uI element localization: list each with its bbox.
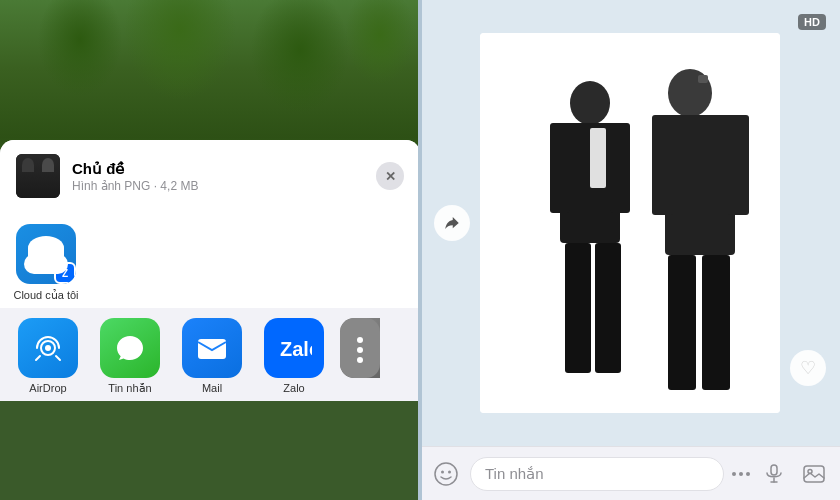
image-button[interactable]: [798, 458, 830, 490]
thumbnail-image: [16, 154, 60, 198]
svg-rect-19: [652, 115, 674, 215]
mail-item[interactable]: Mail: [176, 318, 248, 395]
chat-input[interactable]: Tin nhắn: [470, 457, 724, 491]
share-button[interactable]: [434, 205, 470, 241]
svg-point-5: [357, 337, 363, 343]
left-panel: Chủ đề Hình ảnh PNG · 4,2 MB ✕ Z Cloud c…: [0, 0, 420, 500]
placeholder-area: [90, 224, 410, 284]
share-info: Chủ đề Hình ảnh PNG · 4,2 MB: [72, 160, 376, 193]
cloud-icon: Z: [16, 224, 76, 284]
mail-icon: [182, 318, 242, 378]
airdrop-icon: [18, 318, 78, 378]
share-sheet: Chủ đề Hình ảnh PNG · 4,2 MB ✕ Z Cloud c…: [0, 140, 420, 401]
cloud-label: Cloud của tôi: [13, 289, 78, 302]
svg-rect-12: [610, 123, 630, 213]
recent-apps-row: Z Cloud của tôi: [0, 208, 420, 308]
mail-label: Mail: [202, 382, 222, 394]
share-subtitle: Hình ảnh PNG · 4,2 MB: [72, 179, 376, 193]
svg-point-24: [441, 470, 444, 473]
svg-rect-13: [590, 128, 606, 188]
love-button[interactable]: ♡: [790, 350, 826, 386]
svg-rect-17: [698, 75, 708, 83]
more-item[interactable]: [340, 318, 380, 395]
zalo-icon: Zalo: [264, 318, 324, 378]
svg-rect-15: [595, 243, 621, 373]
svg-rect-14: [565, 243, 591, 373]
cloud-app-item[interactable]: Z Cloud của tôi: [10, 224, 82, 302]
svg-point-7: [357, 357, 363, 363]
share-title: Chủ đề: [72, 160, 376, 178]
svg-point-9: [570, 81, 610, 125]
zalo-item[interactable]: Zalo Zalo: [258, 318, 330, 395]
svg-point-23: [435, 463, 457, 485]
svg-rect-20: [727, 115, 749, 215]
zalo-label: Zalo: [283, 382, 304, 394]
dot-3: [746, 472, 750, 476]
svg-point-1: [45, 345, 51, 351]
share-close-button[interactable]: ✕: [376, 162, 404, 190]
airdrop-item[interactable]: AirDrop: [12, 318, 84, 395]
svg-rect-22: [702, 255, 730, 390]
right-panel: HD: [420, 0, 840, 500]
messages-icon: [100, 318, 160, 378]
svg-rect-21: [668, 255, 696, 390]
svg-point-6: [357, 347, 363, 353]
more-icon: [340, 318, 380, 378]
emoji-button[interactable]: [430, 458, 462, 490]
chat-bar: Tin nhắn: [420, 446, 840, 500]
svg-point-25: [448, 470, 451, 473]
chat-placeholder: Tin nhắn: [485, 465, 543, 483]
messages-label: Tin nhắn: [108, 382, 151, 395]
chat-dots: [732, 472, 750, 476]
messages-item[interactable]: Tin nhắn: [94, 318, 166, 395]
image-area: HD: [420, 0, 840, 446]
hd-badge: HD: [798, 14, 826, 30]
dot-2: [739, 472, 743, 476]
svg-rect-18: [665, 115, 735, 255]
dot-1: [732, 472, 736, 476]
mic-button[interactable]: [758, 458, 790, 490]
svg-text:Zalo: Zalo: [280, 338, 312, 360]
share-thumbnail: [16, 154, 60, 198]
svg-rect-26: [771, 465, 777, 475]
zalo-badge: Z: [54, 262, 76, 284]
share-actions-row: AirDrop Tin nhắn Mail: [0, 308, 420, 401]
svg-rect-11: [550, 123, 570, 213]
airdrop-label: AirDrop: [29, 382, 66, 394]
fashion-image: [480, 33, 780, 413]
share-header: Chủ đề Hình ảnh PNG · 4,2 MB ✕: [0, 140, 420, 208]
panel-divider: [418, 0, 422, 500]
svg-rect-29: [804, 466, 824, 482]
